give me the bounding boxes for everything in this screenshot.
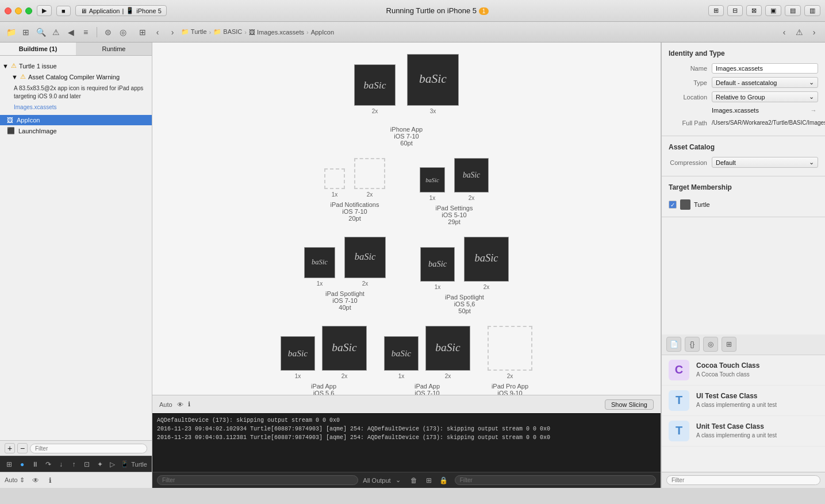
layout-toggle-2[interactable]: ⊟ <box>727 5 743 16</box>
next-icon[interactable]: › <box>166 26 179 39</box>
ipad-app-710-1x-icon: baSic <box>384 336 419 371</box>
ipad-spotlight-7-2x-label: 2x <box>362 280 369 287</box>
maximize-button[interactable] <box>25 7 32 14</box>
warning-header[interactable]: ▼ ⚠ Turtle 1 issue <box>0 60 152 71</box>
name-field[interactable]: Images.xcassets <box>712 63 818 74</box>
debug-simulate-icon[interactable]: ▷ <box>108 458 117 471</box>
ipad-notif-2x-slot[interactable]: 2x <box>354 158 385 198</box>
list-icon[interactable]: ≡ <box>79 26 92 39</box>
tree-item-appicon[interactable]: 🖼 AppIcon <box>0 115 152 125</box>
panel-toggle-3[interactable]: ▥ <box>804 5 820 16</box>
split-view-icon[interactable]: ⊞ <box>423 474 435 487</box>
location-select[interactable]: Relative to Group ⌄ <box>712 91 818 102</box>
layout-toggle-3[interactable]: ⊠ <box>746 5 762 16</box>
tab-runtime[interactable]: Runtime <box>76 43 152 55</box>
ipad-notif-settings-row: 1x 2x iPad Notifications iOS 7-10 20pt <box>164 158 649 232</box>
iphone-2x-slot[interactable]: baSic 2x <box>354 64 396 114</box>
minimize-button[interactable] <box>15 7 22 14</box>
info-icon[interactable]: ℹ <box>44 474 57 487</box>
tab-buildtime[interactable]: Buildtime (1) <box>0 43 76 55</box>
jump-bar-icon[interactable]: ⊜ <box>102 26 114 39</box>
ipad-settings-label: iPad Settings iOS 5-10 29pt <box>420 205 489 225</box>
locate-file-icon[interactable]: → <box>809 106 818 115</box>
add-file-icon[interactable]: ⊞ <box>20 26 32 39</box>
search-icon[interactable]: 🔍 <box>34 26 47 39</box>
unit-test-icon: T <box>669 421 689 441</box>
warning-file[interactable]: Images.xcassets <box>0 103 152 113</box>
breadcrumb-appicon[interactable]: AppIcon <box>311 29 334 36</box>
ipad-spotlight-5-2x-slot[interactable]: baSic 2x <box>464 237 509 290</box>
ipad-notif-1x-slot[interactable]: 1x <box>324 168 345 198</box>
app-target-selector[interactable]: 🖥 Application | 📱 iPhone 5 <box>75 5 167 16</box>
ipad-spotlight-7-2x-slot[interactable]: baSic 2x <box>344 237 386 287</box>
info-toggle[interactable]: ℹ <box>188 401 190 408</box>
membership-section: Target Membership ✓ Turtle <box>662 176 825 217</box>
stop-button[interactable]: ■ <box>56 6 71 16</box>
new-file-icon[interactable]: 📄 <box>666 337 681 352</box>
next-item-icon[interactable]: › <box>808 26 820 39</box>
right-console-filter[interactable] <box>455 475 656 485</box>
asset-filter-input[interactable] <box>30 444 147 453</box>
breadcrumb-turtle[interactable]: 📁 Turtle <box>181 28 207 36</box>
eye-toggle[interactable]: 👁 <box>177 401 183 408</box>
breadcrumb-basic[interactable]: 📁 BASIC <box>213 28 242 36</box>
type-select[interactable]: Default - assetcatalog ⌄ <box>712 77 818 88</box>
back-icon[interactable]: ◀ <box>64 26 77 39</box>
folder-icon[interactable]: 📁 <box>5 26 17 39</box>
unit-test-case-item[interactable]: T Unit Test Case Class A class implement… <box>662 416 825 447</box>
ipad-app-710-2x-slot[interactable]: baSic 2x <box>425 326 470 379</box>
warning-nav-icon[interactable]: ⚠ <box>793 26 805 39</box>
warning-category[interactable]: ▼ ⚠ Asset Catalog Compiler Warning <box>0 71 152 82</box>
ipad-pro-2x-slot[interactable]: 2x <box>488 326 532 379</box>
storyboard-icon[interactable]: ⊞ <box>722 337 736 352</box>
grid-view-toggle[interactable]: ⊞ <box>136 26 149 39</box>
prev-icon[interactable]: ‹ <box>151 26 164 39</box>
ipad-spotlight-7-group: baSic 1x baSic 2x iPad Spotlight <box>304 237 386 321</box>
ipad-spotlight-7-1x-slot[interactable]: baSic 1x <box>304 247 335 287</box>
ipad-app-710-1x-slot[interactable]: baSic 1x <box>384 336 419 379</box>
close-button[interactable] <box>5 7 11 14</box>
remove-asset-button[interactable]: − <box>17 443 28 453</box>
template-filter-input[interactable] <box>666 475 820 485</box>
membership-checkbox[interactable]: ✓ <box>669 201 677 209</box>
compression-select[interactable]: Default ⌄ <box>712 157 818 168</box>
output-dropdown-icon[interactable]: ⌄ <box>396 476 401 484</box>
tree-item-launchimage[interactable]: ⬛ LaunchImage <box>0 125 152 136</box>
debug-stepout-icon[interactable]: ↑ <box>69 458 78 471</box>
svg-text:baSic: baSic <box>312 258 328 266</box>
ipad-spotlight-5-1x-slot[interactable]: baSic 1x <box>420 247 455 290</box>
ipad-app-56-1x-slot[interactable]: baSic 1x <box>281 336 315 379</box>
ipad-settings-1x-slot[interactable]: baSic 1x <box>420 167 445 201</box>
left-console-filter[interactable] <box>157 475 358 485</box>
debug-toggle-icon[interactable]: ⊞ <box>5 458 14 471</box>
panel-toggle-2[interactable]: ▤ <box>785 5 801 16</box>
debug-play-icon[interactable]: ● <box>17 458 26 471</box>
breadcrumb-images[interactable]: 🖼 Images.xcassets <box>249 29 304 36</box>
trash-icon[interactable]: 🗑 <box>408 474 420 487</box>
add-asset-button[interactable]: + <box>5 443 15 453</box>
eye-icon[interactable]: 👁 <box>29 474 42 487</box>
ui-test-case-item[interactable]: T UI Test Case Class A class implementin… <box>662 386 825 416</box>
show-slicing-button[interactable]: Show Slicing <box>605 399 654 410</box>
fullpath-row: Full Path /Users/SAR/Workarea2/Turtle/BA… <box>669 118 818 128</box>
play-button[interactable]: ▶ <box>37 5 52 16</box>
lock-icon[interactable]: 🔒 <box>438 474 450 487</box>
debug-locate-icon[interactable]: ✦ <box>95 458 104 471</box>
prev-item-icon[interactable]: ‹ <box>778 26 791 39</box>
debug-memory-icon[interactable]: ⊡ <box>82 458 91 471</box>
ipad-notifications-group: 1x 2x iPad Notifications iOS 7-10 20pt <box>324 158 385 232</box>
cocoa-touch-class-item[interactable]: C Cocoa Touch Class A Cocoa Touch class <box>662 355 825 386</box>
layout-toggle-1[interactable]: ⊞ <box>708 5 724 16</box>
asset-icon[interactable]: ◎ <box>703 337 718 352</box>
panel-toggle[interactable]: ▣ <box>765 5 781 16</box>
debug-stepover-icon[interactable]: ↷ <box>43 458 52 471</box>
warning-icon[interactable]: ⚠ <box>49 26 62 39</box>
debug-stepin-icon[interactable]: ↓ <box>56 458 66 471</box>
breakpoint-icon[interactable]: ◎ <box>117 26 129 39</box>
iphone-3x-slot[interactable]: baSic 3x <box>407 54 459 114</box>
ipad-app-56-2x-slot[interactable]: baSic 2x <box>322 326 367 379</box>
ipad-app-710-2x-label: 2x <box>445 373 451 379</box>
code-icon[interactable]: {} <box>685 337 700 352</box>
ipad-settings-2x-slot[interactable]: baSic 2x <box>454 158 489 201</box>
debug-pause-icon[interactable]: ⏸ <box>30 458 40 471</box>
